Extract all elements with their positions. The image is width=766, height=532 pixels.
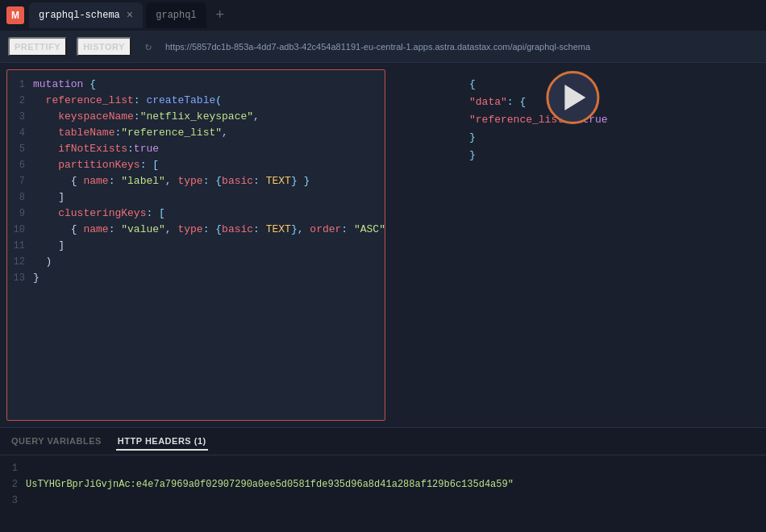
line-number: 2 <box>7 93 33 109</box>
line-number: 9 <box>7 206 33 222</box>
code-line: 10 { name: "value", type: {basic: TEXT},… <box>7 222 385 238</box>
line-content: keyspaceName:"netflix_keyspace", <box>33 109 385 125</box>
bottom-tab-bar: QUERY VARIABLES HTTP HEADERS (1) <box>0 428 766 455</box>
line-content: UsTYHGrBprJiGvjnAc:e4e7a7969a0f02907290a… <box>26 476 514 493</box>
bottom-panel: QUERY VARIABLES HTTP HEADERS (1) 12UsTYH… <box>0 427 766 532</box>
line-content: ] <box>33 189 385 206</box>
prettify-button[interactable]: PRETTIFY <box>8 37 67 56</box>
tab-graphql-schema[interactable]: graphql-schema × <box>29 2 143 28</box>
history-button[interactable]: HISTORY <box>77 37 131 56</box>
line-number: 5 <box>7 141 33 157</box>
line-content: reference_list: createTable( <box>33 93 385 109</box>
play-button-container <box>546 71 599 124</box>
line-number: 10 <box>7 222 33 238</box>
line-number: 3 <box>7 109 33 125</box>
line-number: 7 <box>7 173 33 189</box>
tab-label: graphql <box>156 10 196 21</box>
app-logo: M <box>6 6 24 24</box>
new-tab-button[interactable]: + <box>210 5 231 26</box>
editor-area: 1mutation {2 reference_list: createTable… <box>0 63 766 427</box>
tab-graphql[interactable]: graphql <box>146 2 206 28</box>
result-panel: { "data": { "reference_list": true } } <box>390 63 766 427</box>
tab-close-icon[interactable]: × <box>127 10 133 21</box>
code-line: 4 tableName:"reference_list", <box>7 125 385 141</box>
bottom-line: 2UsTYHGrBprJiGvjnAc:e4e7a7969a0f02907290… <box>0 476 766 493</box>
line-number: 8 <box>7 189 33 206</box>
line-number: 1 <box>0 460 26 476</box>
play-icon <box>564 85 585 110</box>
line-number: 2 <box>0 476 26 493</box>
result-line-4: } <box>469 129 608 147</box>
run-query-button[interactable] <box>546 71 599 124</box>
bottom-line: 3 <box>0 493 766 509</box>
code-line: 3 keyspaceName:"netflix_keyspace", <box>7 109 385 125</box>
code-line: 7 { name: "label", type: {basic: TEXT} } <box>7 173 385 189</box>
url-display: https://5857dc1b-853a-4dd7-adb3-42c454a8… <box>165 42 758 52</box>
code-line: 5 ifNotExists:true <box>7 141 385 157</box>
code-line: 2 reference_list: createTable( <box>7 93 385 109</box>
line-number: 13 <box>7 270 33 286</box>
line-content: ) <box>33 254 385 270</box>
code-line: 11 ] <box>7 238 385 254</box>
line-content: { name: "label", type: {basic: TEXT} } <box>33 173 385 189</box>
line-content: mutation { <box>33 77 385 93</box>
line-number: 6 <box>7 157 33 173</box>
line-content: partitionKeys: [ <box>33 157 385 173</box>
toolbar: PRETTIFY HISTORY ↻ https://5857dc1b-853a… <box>0 31 766 63</box>
headers-content[interactable]: 12UsTYHGrBprJiGvjnAc:e4e7a7969a0f0290729… <box>0 455 766 532</box>
tab-bar: M graphql-schema × graphql + <box>0 0 766 31</box>
code-line: 12 ) <box>7 254 385 270</box>
line-content: clusteringKeys: [ <box>33 206 385 222</box>
code-line: 13} <box>7 270 385 286</box>
tab-http-headers[interactable]: HTTP HEADERS (1) <box>116 433 208 451</box>
line-number: 11 <box>7 238 33 254</box>
line-content: tableName:"reference_list", <box>33 125 385 141</box>
tab-query-variables[interactable]: QUERY VARIABLES <box>10 433 103 451</box>
code-editor[interactable]: 1mutation {2 reference_list: createTable… <box>7 70 385 420</box>
refresh-icon[interactable]: ↻ <box>141 39 156 54</box>
tab-label: graphql-schema <box>39 10 120 21</box>
line-number: 12 <box>7 254 33 270</box>
code-line: 6 partitionKeys: [ <box>7 157 385 173</box>
bottom-line: 1 <box>0 460 766 476</box>
code-line: 8 ] <box>7 189 385 206</box>
code-line: 9 clusteringKeys: [ <box>7 206 385 222</box>
line-content: { name: "value", type: {basic: TEXT}, or… <box>33 222 385 238</box>
line-number: 3 <box>0 493 26 509</box>
line-content: ifNotExists:true <box>33 141 385 157</box>
line-number: 1 <box>7 77 33 93</box>
line-content: } <box>33 270 385 286</box>
result-line-5: } <box>469 147 608 164</box>
query-editor-panel[interactable]: 1mutation {2 reference_list: createTable… <box>6 69 385 421</box>
code-line: 1mutation { <box>7 77 385 93</box>
line-number: 4 <box>7 125 33 141</box>
line-content: ] <box>33 238 385 254</box>
